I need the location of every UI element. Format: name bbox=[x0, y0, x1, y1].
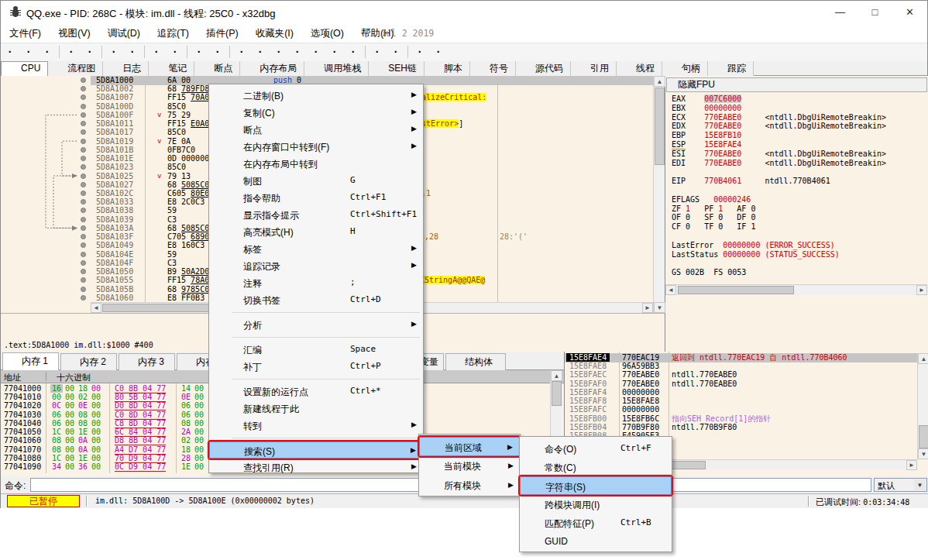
register-line[interactable]: EDX 770EABE0 <ntdll.DbgUiRemoteBreakin> bbox=[672, 122, 886, 131]
cross-call-button[interactable]: · bbox=[387, 44, 404, 61]
fx-button[interactable]: · bbox=[326, 44, 343, 61]
menu-item-复制(C)[interactable]: 复制(C)▶ bbox=[209, 104, 423, 121]
case-button[interactable]: · bbox=[369, 44, 386, 61]
run-button[interactable]: · bbox=[63, 44, 80, 61]
register-line[interactable]: CF 0 TF 0 IF 1 bbox=[672, 222, 755, 232]
vertical-scrollbar[interactable]: ▲▼ bbox=[917, 353, 928, 459]
close-button[interactable]: ✕ bbox=[892, 1, 927, 24]
tab-笔记[interactable]: 笔记 bbox=[149, 61, 194, 76]
restart-button[interactable]: · bbox=[20, 44, 37, 61]
tab-线程[interactable]: 线程 bbox=[617, 61, 662, 76]
menu-item-在内存布局中转到[interactable]: 在内存布局中转到 bbox=[209, 155, 423, 172]
menu-item-当前模块[interactable]: 当前模块▶ bbox=[419, 456, 520, 476]
menu-item-字符串(S)[interactable]: 字符串(S) bbox=[520, 476, 672, 495]
menu-item-所有模块[interactable]: 所有模块▶ bbox=[419, 476, 520, 495]
menubar-item-1[interactable]: 视图(V) bbox=[50, 24, 99, 43]
register-line[interactable]: ESP 15E8FAE4 bbox=[672, 140, 741, 149]
tab-CPU[interactable]: CPU bbox=[1, 61, 48, 77]
step-over-button[interactable]: · bbox=[124, 44, 141, 61]
patch-button[interactable]: · bbox=[252, 44, 269, 61]
bookmarks-button[interactable]: · bbox=[308, 44, 325, 61]
seh-button[interactable]: · bbox=[233, 44, 250, 61]
register-line[interactable]: EDI 770EABE0 <ntdll.DbgUiRemoteBreakin> bbox=[672, 159, 886, 168]
maximize-button[interactable]: □ bbox=[858, 1, 892, 24]
register-line[interactable]: EBX 00000000 bbox=[672, 104, 741, 113]
stack-row[interactable]: 15E8FAE896A59BB3 bbox=[565, 362, 917, 371]
register-line[interactable]: GS 002B FS 0053 bbox=[672, 268, 746, 277]
dump-tab-内存 1[interactable]: 内存 1 bbox=[2, 352, 59, 370]
stack-row[interactable]: 15E8FB0015E8FB6C指向SEH_Record[1]的指针 bbox=[565, 414, 917, 424]
tab-调用堆栈[interactable]: 调用堆栈 bbox=[304, 61, 369, 76]
dump-tab-内存 2[interactable]: 内存 2 bbox=[60, 353, 117, 370]
menu-item-跨模块调用(I)[interactable]: 跨模块调用(I) bbox=[520, 495, 672, 514]
tab-句柄[interactable]: 句柄 bbox=[662, 61, 708, 76]
globe-button[interactable]: · bbox=[430, 44, 447, 61]
menu-item-查找引用(R)[interactable]: 查找引用(R)▶ bbox=[209, 459, 423, 476]
tab-符号[interactable]: 符号 bbox=[470, 61, 516, 76]
register-line[interactable]: ESI 770EABE0 <ntdll.DbgUiRemoteBreakin> bbox=[672, 149, 886, 159]
menu-item-指令帮助[interactable]: 指令帮助Ctrl+F1 bbox=[209, 189, 423, 206]
menubar-item-0[interactable]: 文件(F) bbox=[1, 24, 50, 43]
stack-row[interactable]: 15E8FAEC770EABE0ntdll.770EABE0 bbox=[565, 370, 917, 380]
stack-row[interactable]: 15E8FAE4770EAC19返回到 ntdll.770EAC19 自 ntd… bbox=[565, 353, 917, 362]
menu-item-补丁[interactable]: 补丁Ctrl+P bbox=[209, 358, 423, 375]
register-line[interactable]: EAX 007C6000 bbox=[672, 94, 741, 104]
dump-tab-结构体[interactable]: 结构体 bbox=[445, 353, 506, 370]
menu-item-新建线程于此[interactable]: 新建线程于此 bbox=[209, 400, 423, 417]
tab-流程图[interactable]: 流程图 bbox=[48, 61, 103, 76]
hash-button[interactable]: · bbox=[345, 44, 362, 61]
stack-row[interactable]: 15E8FAF0770EABE0ntdll.770EABE0 bbox=[565, 380, 917, 389]
menu-item-汇编[interactable]: 汇编Space bbox=[209, 341, 423, 358]
menu-item-转到[interactable]: 转到▶ bbox=[209, 417, 423, 434]
menu-item-追踪记录[interactable]: 追踪记录▶ bbox=[209, 257, 423, 274]
tab-日志[interactable]: 日志 bbox=[103, 61, 149, 76]
menubar-item-5[interactable]: 收藏夹(I) bbox=[247, 24, 302, 43]
step-out-button[interactable]: · bbox=[191, 44, 208, 61]
menu-item-切换书签[interactable]: 切换书签Ctrl+D bbox=[209, 291, 423, 308]
comments-button[interactable]: · bbox=[270, 44, 287, 61]
menu-item-命令(O)[interactable]: 命令(O)Ctrl+F bbox=[520, 439, 672, 458]
menu-item-注释[interactable]: 注释; bbox=[209, 274, 423, 291]
register-line[interactable]: EFLAGS 00000246 bbox=[672, 195, 751, 204]
register-line[interactable]: LastError 00000000 (ERROR_SUCCESS) bbox=[672, 241, 835, 250]
menu-item-制图[interactable]: 制图G bbox=[209, 172, 423, 189]
tab-内存布局[interactable]: 内存布局 bbox=[240, 61, 304, 76]
run-down-button[interactable]: · bbox=[167, 44, 184, 61]
dump-tab-内存 3[interactable]: 内存 3 bbox=[119, 353, 175, 370]
minimize-button[interactable]: — bbox=[823, 1, 858, 24]
command-profile-select[interactable]: 默认▼ bbox=[874, 478, 927, 492]
menubar-item-2[interactable]: 调试(D) bbox=[99, 24, 149, 43]
stack-row[interactable]: 15E8FAF815E8FAE8 bbox=[565, 397, 917, 406]
tab-断点[interactable]: 断点 bbox=[194, 61, 240, 76]
run-to-cursor-button[interactable]: · bbox=[148, 44, 165, 61]
register-line[interactable]: LastStatus 00000000 (STATUS_SUCCESS) bbox=[672, 250, 840, 259]
hide-fpu-button[interactable]: 隐藏FPU bbox=[666, 77, 927, 92]
open-folder-button[interactable]: · bbox=[2, 44, 19, 61]
menu-item-在内存窗口中转到(F)[interactable]: 在内存窗口中转到(F)▶ bbox=[209, 138, 423, 155]
tab-SEH链[interactable]: SEH链 bbox=[369, 61, 424, 76]
run-to-user-button[interactable]: · bbox=[209, 44, 226, 61]
menu-item-分析[interactable]: 分析▶ bbox=[209, 316, 423, 333]
stack-row[interactable]: 15E8FB04770B9F80ntdll.770B9F80 bbox=[565, 423, 917, 432]
menubar-item-6[interactable]: 选项(O) bbox=[302, 24, 352, 43]
menubar-item-3[interactable]: 追踪(T) bbox=[149, 24, 198, 43]
step-into-button[interactable]: · bbox=[105, 44, 122, 61]
menu-item-搜索(S)[interactable]: 搜索(S)▶ bbox=[209, 441, 423, 459]
stack-row[interactable]: 15E8FAFC00000000 bbox=[565, 405, 917, 414]
horizontal-scrollbar[interactable]: ◄► bbox=[665, 284, 927, 295]
register-line[interactable]: ECX 770EABE0 <ntdll.DbgUiRemoteBreakin> bbox=[672, 113, 886, 122]
stop-button[interactable]: · bbox=[39, 44, 56, 61]
vertical-scrollbar[interactable]: ▲▼ bbox=[653, 76, 665, 313]
register-line[interactable]: OF 0 SF 0 DF 0 bbox=[672, 213, 755, 222]
tab-源代码[interactable]: 源代码 bbox=[516, 61, 571, 76]
menu-item-GUID[interactable]: GUID bbox=[520, 532, 672, 551]
tab-脚本[interactable]: 脚本 bbox=[424, 61, 470, 76]
menu-item-常数(C)[interactable]: 常数(C) bbox=[520, 458, 672, 476]
pause-button[interactable]: · bbox=[81, 44, 98, 61]
menu-item-显示指令提示[interactable]: 显示指令提示Ctrl+Shift+F1 bbox=[209, 206, 423, 223]
menu-item-标签[interactable]: 标签▶ bbox=[209, 240, 423, 257]
calculator-button[interactable]: · bbox=[411, 44, 428, 61]
menu-item-当前区域[interactable]: 当前区域▶ bbox=[419, 437, 520, 456]
menu-item-设置新的运行点[interactable]: 设置新的运行点Ctrl+* bbox=[209, 383, 423, 400]
tab-引用[interactable]: 引用 bbox=[571, 61, 617, 76]
